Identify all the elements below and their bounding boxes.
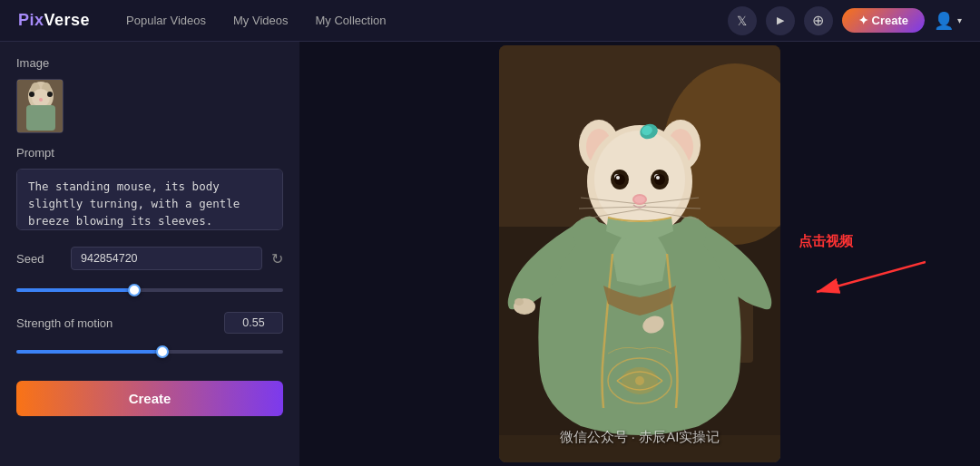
seed-slider-container [16, 279, 283, 296]
svg-point-8 [39, 98, 43, 102]
seed-label: Seed [16, 252, 62, 266]
chevron-down-icon: ▾ [957, 15, 962, 25]
seed-slider[interactable] [16, 288, 283, 292]
svg-point-7 [47, 92, 53, 97]
nav-popular-videos[interactable]: Popular Videos [126, 14, 206, 27]
create-action-button[interactable]: Create [16, 381, 283, 416]
nav-my-collection[interactable]: My Collection [316, 14, 387, 27]
logo[interactable]: PixVerse [18, 11, 90, 30]
prompt-label: Prompt [16, 146, 283, 160]
svg-point-42 [634, 196, 645, 203]
discord-button[interactable]: ⊕ [804, 6, 833, 35]
prompt-textarea[interactable]: The standing mouse, its body slightly tu… [16, 169, 283, 230]
motion-label: Strength of motion [16, 316, 215, 330]
seed-input[interactable] [71, 247, 262, 270]
motion-slider[interactable] [16, 350, 283, 354]
refresh-icon[interactable]: ↻ [271, 250, 283, 267]
annotation-container: 点击视频 [799, 233, 926, 298]
svg-point-37 [614, 174, 625, 185]
right-panel[interactable]: 微信公众号 · 赤辰AI实操记 点击视频 [299, 42, 980, 466]
youtube-button[interactable]: ▶ [766, 6, 795, 35]
svg-point-6 [29, 92, 34, 97]
thumbnail-preview [17, 80, 63, 132]
user-menu[interactable]: 👤 ▾ [934, 11, 962, 31]
header-create-button[interactable]: ✦ Create [842, 8, 925, 33]
svg-point-17 [635, 376, 644, 385]
motion-value-input[interactable] [224, 312, 283, 334]
main-nav: Popular Videos My Videos My Collection [126, 14, 728, 27]
x-social-button[interactable]: 𝕏 [728, 6, 757, 35]
svg-point-19 [514, 298, 524, 306]
watermark-text: 微信公众号 · 赤辰AI实操记 [560, 429, 720, 446]
left-panel: Image Prompt The standing m [0, 42, 299, 466]
image-thumbnail[interactable] [16, 79, 64, 133]
mouse-illustration [499, 45, 780, 462]
svg-point-40 [656, 176, 660, 180]
svg-point-39 [616, 176, 620, 180]
prompt-section: Prompt The standing mouse, its body slig… [16, 146, 283, 234]
svg-line-47 [817, 262, 926, 292]
motion-slider-container [16, 341, 283, 357]
annotation-arrow [799, 257, 926, 298]
annotation-text: 点击视频 [799, 233, 853, 250]
svg-point-38 [654, 174, 665, 185]
app-header: PixVerse Popular Videos My Videos My Col… [0, 0, 980, 42]
user-icon: 👤 [934, 11, 954, 31]
svg-rect-5 [26, 105, 55, 131]
svg-point-26 [594, 131, 685, 228]
image-section-label: Image [16, 56, 283, 70]
nav-my-videos[interactable]: My Videos [233, 14, 288, 27]
main-image[interactable]: 微信公众号 · 赤辰AI实操记 [499, 45, 780, 462]
header-right: 𝕏 ▶ ⊕ ✦ Create 👤 ▾ [728, 6, 962, 35]
motion-row: Strength of motion [16, 312, 283, 334]
seed-row: Seed ↻ [16, 247, 283, 270]
main-content: Image Prompt The standing m [0, 42, 980, 466]
